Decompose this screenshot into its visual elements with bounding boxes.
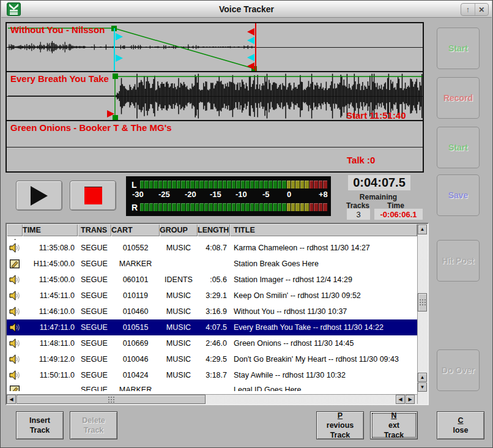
cell-title: Karma Chameleon -- rdhost 11/30 14:27 bbox=[230, 244, 417, 252]
scroll-left-button-2[interactable]: ◀ bbox=[396, 395, 405, 404]
close-window-button[interactable]: ✕ bbox=[475, 4, 489, 15]
meter-segment bbox=[227, 181, 231, 189]
meter-segment bbox=[295, 203, 299, 211]
close-button[interactable]: Close bbox=[437, 411, 484, 439]
meter-segment bbox=[195, 203, 199, 211]
table-row[interactable]: 11:45:11.0SEGUE010119MUSIC3:29.1Keep On … bbox=[7, 288, 417, 304]
cell-group: MUSIC bbox=[160, 339, 198, 348]
cell-time: 11:48:11.0 bbox=[23, 339, 78, 348]
column-header-length[interactable]: LENGTH bbox=[198, 224, 230, 236]
track3-panel[interactable]: Green Onions - Booker T & The MG's Talk … bbox=[7, 121, 423, 171]
meter-segment bbox=[154, 203, 157, 211]
cell-cart: 010460 bbox=[111, 307, 160, 316]
scroll-up-button[interactable]: ▲ bbox=[418, 225, 427, 234]
meter-segment bbox=[254, 203, 258, 211]
column-header-group[interactable]: GROUP bbox=[160, 224, 198, 236]
stop-button[interactable] bbox=[70, 181, 116, 211]
speaker-icon bbox=[7, 370, 23, 380]
speaker-icon bbox=[7, 291, 23, 301]
meter-segment bbox=[305, 203, 308, 211]
delete-track-button[interactable]: DeleteTrack bbox=[70, 411, 117, 439]
window-controls: ↑ ✕ bbox=[461, 3, 489, 16]
cell-time: 11:45:11.0 bbox=[23, 291, 78, 300]
insert-track-button[interactable]: InsertTrack bbox=[16, 411, 64, 439]
track2-title: Every Breath You Take bbox=[10, 73, 109, 84]
meter-segment bbox=[163, 203, 166, 211]
start-track1-button[interactable]: Start bbox=[437, 28, 480, 69]
meter-segment bbox=[269, 203, 272, 211]
scroll-down-button[interactable]: ▼ bbox=[418, 383, 427, 392]
vertical-scrollbar[interactable]: ▲ ▲ ▼ bbox=[417, 224, 428, 404]
horizontal-scroll-thumb[interactable] bbox=[17, 395, 206, 404]
hit-post-button[interactable]: Hit Post bbox=[437, 240, 480, 282]
title-bar[interactable]: Voice Tracker ↑ ✕ bbox=[1, 1, 492, 18]
cell-length: 4:07.5 bbox=[198, 323, 230, 332]
meter-segment bbox=[177, 181, 180, 189]
meter-segment bbox=[190, 203, 194, 211]
track3-baseline bbox=[7, 147, 423, 147]
table-row[interactable]: 11:47:11.0SEGUE010515MUSIC4:07.5Every Br… bbox=[7, 319, 417, 335]
cell-time: H11:45:00.0 bbox=[23, 259, 78, 268]
cell-trans: SEGUE bbox=[78, 291, 111, 300]
table-row[interactable]: 11:48:11.0SEGUE010669MUSIC2:46.0Green On… bbox=[7, 335, 417, 351]
shade-window-button[interactable]: ↑ bbox=[461, 4, 475, 15]
column-header-trans[interactable]: TRANS bbox=[78, 224, 111, 236]
remaining-label: Remaining bbox=[343, 193, 413, 201]
table-row[interactable]: H11:45:00.0SEGUEMARKERStation Break Goes… bbox=[7, 256, 417, 272]
meter-segment bbox=[323, 181, 327, 189]
cell-group: MUSIC bbox=[160, 323, 198, 332]
meter-segment bbox=[300, 181, 304, 189]
audio-level-meter: L R -30-25-20-15-10-50+8 bbox=[126, 176, 331, 216]
column-header-icon[interactable] bbox=[7, 224, 23, 236]
record-button[interactable]: Record bbox=[437, 77, 480, 119]
meter-segment bbox=[190, 181, 194, 189]
cell-group: MUSIC bbox=[160, 244, 198, 252]
voice-tracker-window: Voice Tracker ↑ ✕ Wi bbox=[0, 0, 493, 448]
cell-cart: 010552 bbox=[111, 244, 160, 252]
table-row[interactable]: 11:50:11.0SEGUE010424MUSIC3:18.7Stay Awh… bbox=[7, 367, 417, 383]
scroll-left-button[interactable]: ◀ bbox=[7, 395, 16, 404]
table-row[interactable]: 11:35:08.0SEGUE010552MUSIC4:08.7Karma Ch… bbox=[7, 240, 417, 256]
meter-segment bbox=[144, 181, 148, 189]
column-header-title[interactable]: TITLE bbox=[230, 224, 417, 236]
table-row[interactable]: 11:49:12.0SEGUE010046MUSIC4:29.5Don't Go… bbox=[7, 351, 417, 367]
play-icon bbox=[31, 186, 48, 206]
previous-track-button[interactable]: PreviousTrack bbox=[316, 411, 364, 439]
meter-segment bbox=[227, 203, 231, 211]
meter-segment bbox=[319, 203, 322, 211]
table-row[interactable]: 11:45:00.0SEGUE060101IDENTS:05.6Station … bbox=[7, 272, 417, 288]
meter-segment bbox=[140, 181, 144, 189]
vertical-scroll-thumb[interactable] bbox=[418, 293, 427, 312]
meter-segment bbox=[305, 181, 308, 189]
column-header-cart[interactable]: CART bbox=[111, 224, 160, 236]
track2-panel[interactable]: Every Breath You Take Start 11:51:40 bbox=[7, 72, 423, 121]
play-button[interactable] bbox=[16, 181, 62, 211]
cell-cart: MARKER bbox=[111, 386, 160, 391]
stop-icon bbox=[84, 187, 102, 204]
save-button[interactable]: Save bbox=[437, 174, 480, 216]
meter-segment bbox=[264, 181, 267, 189]
fade-handle bbox=[113, 115, 118, 121]
horizontal-scrollbar[interactable]: ◀ ◀ ▶ bbox=[7, 394, 417, 404]
track2-start-time: Start 11:51:40 bbox=[346, 110, 406, 121]
cell-title: Every Breath You Take -- rdhost 11/30 14… bbox=[230, 323, 417, 332]
scroll-right-button[interactable]: ▶ bbox=[406, 395, 415, 404]
meter-segment bbox=[269, 181, 272, 189]
column-header-time[interactable]: TIME bbox=[23, 224, 78, 236]
table-row[interactable]: SEGUEMARKERLegal ID Goes Here bbox=[7, 383, 417, 391]
track1-panel[interactable]: Without You - Nilsson bbox=[7, 23, 423, 72]
table-row[interactable]: 11:46:10.0SEGUE010460MUSIC3:16.9Without … bbox=[7, 304, 417, 319]
scroll-up-button-2[interactable]: ▲ bbox=[418, 373, 427, 382]
meter-segment bbox=[319, 181, 322, 189]
meter-segment bbox=[300, 203, 304, 211]
next-track-button[interactable]: NextTrack bbox=[370, 411, 418, 439]
start-track3-button[interactable]: Start bbox=[437, 127, 480, 168]
do-over-button[interactable]: Do Over bbox=[437, 349, 480, 391]
remaining-tracks-value: 3 bbox=[347, 209, 370, 220]
cell-length: 3:29.1 bbox=[198, 291, 230, 300]
meter-segment bbox=[323, 203, 327, 211]
meter-segment bbox=[278, 203, 281, 211]
meter-segment bbox=[232, 203, 235, 211]
meter-segment bbox=[273, 181, 276, 189]
meter-segment bbox=[181, 181, 185, 189]
